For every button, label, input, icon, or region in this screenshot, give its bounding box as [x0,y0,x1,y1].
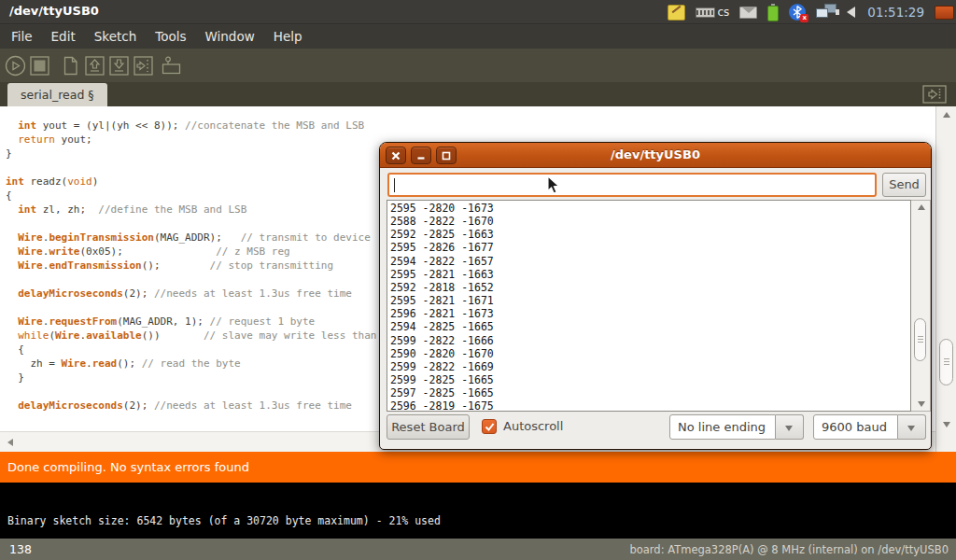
toolbar [0,49,956,82]
open-sketch-button[interactable] [84,55,105,77]
menu-help[interactable]: Help [264,25,312,49]
reset-board-button[interactable]: Reset Board [387,414,470,440]
dropdown-button[interactable] [898,414,926,440]
scroll-up-arrow-icon[interactable] [943,112,950,118]
menu-tools[interactable]: Tools [146,25,195,49]
new-sketch-button[interactable] [60,55,81,77]
menu-edit[interactable]: Edit [42,25,85,49]
code-line [6,273,376,287]
down-arrow-icon [108,55,130,77]
code-line: Wire.beginTransmission(MAG_ADDR); // tra… [6,231,376,245]
serial-line: 2595 -2821 -1671 [390,294,494,307]
notes-indicator[interactable] [668,5,685,21]
ide-status-bar: 138 board: ATmega328P(A) @ 8 MHz (intern… [0,539,956,560]
session-icon [935,6,954,20]
menu-sketch[interactable]: Sketch [85,25,146,49]
console-message: Binary sketch size: 6542 bytes (of a 307… [7,514,441,527]
keyboard-icon [696,7,715,18]
code-line: delayMicroseconds(2); //needs at least 1… [6,399,376,413]
stop-button[interactable] [29,55,50,77]
maximize-button[interactable] [436,147,457,164]
cursor-line-number: 138 [9,542,32,556]
new-file-icon [60,55,81,77]
minimize-button[interactable] [411,147,431,164]
menu-window[interactable]: Window [196,25,264,49]
upload-button[interactable] [133,55,154,77]
keyboard-layout-label: cs [718,6,730,19]
menu-file[interactable]: File [2,25,42,49]
system-tray: cs x 01:51:29 [668,0,955,24]
tab-serial-read[interactable]: serial_read § [7,83,107,106]
code-line [6,217,376,231]
scroll-left-arrow-icon[interactable] [7,439,13,446]
serial-line: 2599 -2822 -1666 [390,334,494,347]
close-icon [390,150,401,161]
serial-line: 2592 -2818 -1652 [390,281,494,294]
bluetooth-indicator[interactable]: x [789,4,806,21]
close-button[interactable] [386,147,406,164]
verify-button[interactable] [5,55,26,77]
clock[interactable]: 01:51:29 [867,5,924,20]
bluetooth-off-badge: x [800,14,808,22]
serial-monitor-window: /dev/ttyUSB0 Send 2595 -2820 -16732588 -… [379,142,932,450]
network-icon [816,4,836,21]
play-circle-icon [5,55,26,77]
code-line: delayMicroseconds(2); //needs at least 1… [6,287,376,301]
stop-square-icon [29,55,50,77]
save-sketch-button[interactable] [108,55,130,77]
serial-window-titlebar[interactable]: /dev/ttyUSB0 [380,143,931,168]
dropdown-button[interactable] [776,414,804,440]
serial-line: 2595 -2820 -1673 [390,202,494,215]
right-arrow-icon [133,55,154,77]
serial-line: 2595 -2821 -1663 [390,268,494,281]
editor-scrollbar-thumb[interactable] [939,339,953,385]
code-line: Wire.endTransmission(); // stop transmit… [6,259,376,273]
code-line: int zl, zh; //define the MSB and LSB [6,203,376,217]
autoscroll-label[interactable]: Autoscroll [503,419,563,433]
serial-monitor-button[interactable] [161,55,182,77]
volume-icon [847,7,855,18]
serial-line: 2596 -2821 -1673 [390,307,494,320]
board-info: board: ATmega328P(A) @ 8 MHz (internal) … [629,543,949,556]
code-line: Wire.write(0x05); // z MSB reg [6,245,376,259]
maximize-icon [441,150,452,161]
code-line: int yout = (yl|(yh << 8)); //concatenate… [6,119,376,133]
keyboard-layout-indicator[interactable]: cs [696,6,730,19]
serial-output-scrollbar[interactable] [911,200,931,412]
scroll-up-arrow-icon[interactable] [918,204,925,210]
up-arrow-icon [84,55,105,77]
volume-indicator[interactable] [847,7,857,18]
bluetooth-icon: x [789,4,806,21]
line-ending-dropdown[interactable]: No line ending [669,414,804,440]
code-line: } [6,371,376,385]
code-line: zh = Wire.read(); // read the byte [6,357,376,371]
desktop-panel: /dev/ttyUSB0 cs x 01:51:29 [0,0,956,24]
tab-menu-button[interactable] [922,85,947,104]
serial-scrollbar-thumb[interactable] [914,318,926,361]
code-line: { [6,343,376,357]
network-indicator[interactable] [816,4,836,21]
mail-icon [739,7,757,19]
serial-line: 2594 -2825 -1665 [390,320,494,333]
code-line: { [6,189,376,203]
autoscroll-checkbox[interactable] [482,419,497,434]
baud-rate-dropdown[interactable]: 9600 baud [813,414,926,440]
serial-monitor-icon [161,55,182,77]
serial-send-input[interactable] [387,173,877,197]
mouse-cursor [547,175,560,199]
scroll-down-arrow-icon[interactable] [943,422,950,427]
tab-bar: serial_read § [0,82,956,106]
menu-bar: FileEditSketchToolsWindowHelp [0,25,956,49]
code-line: return yout; [6,133,376,147]
send-button[interactable]: Send [882,173,926,197]
minimize-icon [415,150,427,161]
editor-vertical-scrollbar[interactable] [935,106,956,452]
mail-indicator[interactable] [739,7,757,19]
battery-indicator[interactable] [767,4,779,21]
code-line: while(Wire.available()) // slave may wri… [6,329,376,343]
serial-line: 2596 -2819 -1675 [390,399,494,412]
scroll-down-arrow-icon[interactable] [918,401,925,407]
serial-output-area[interactable]: 2595 -2820 -16732588 -2822 -16702592 -28… [387,200,911,412]
serial-line: 2594 -2822 -1657 [390,255,494,268]
session-indicator[interactable] [935,6,954,20]
